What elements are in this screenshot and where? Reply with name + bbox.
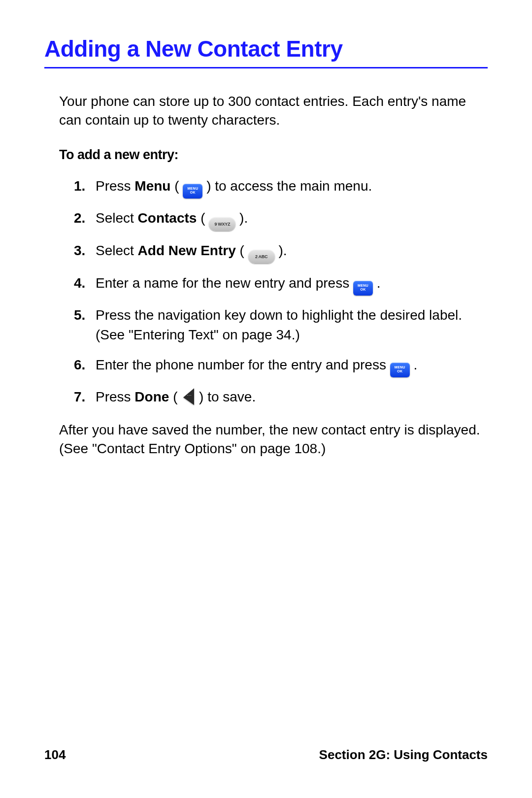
steps-list: Press Menu ( MENUOK ) to access the main… [74, 176, 488, 407]
step-2: Select Contacts ( 9 WXYZ ). [74, 208, 488, 231]
menu-ok-key-icon: MENUOK [390, 363, 410, 377]
step-1: Press Menu ( MENUOK ) to access the main… [74, 176, 488, 199]
two-key-icon: 2 ABC [248, 250, 275, 264]
text: Enter the phone number for the entry and… [96, 357, 390, 372]
step-6: Enter the phone number for the entry and… [74, 355, 488, 377]
page-number: 104 [44, 747, 66, 763]
text: ( [170, 178, 183, 194]
menu-ok-key-icon: MENUOK [183, 184, 202, 199]
text: Press the navigation key down to highlig… [96, 307, 462, 343]
procedure-subhead: To add a new entry: [59, 147, 488, 163]
text: . [373, 275, 381, 291]
page-title: Adding a New Contact Entry [44, 35, 488, 68]
text: ( [197, 210, 209, 226]
text: ) to save. [195, 389, 256, 404]
text: Press [96, 389, 134, 404]
add-new-entry-label: Add New Entry [138, 243, 236, 258]
menu-label: Menu [134, 178, 170, 194]
done-label: Done [134, 389, 169, 404]
text: ( [236, 243, 248, 258]
page-footer: 104 Section 2G: Using Contacts [44, 747, 488, 763]
text: Select [96, 210, 138, 226]
step-4: Enter a name for the new entry and press… [74, 273, 488, 296]
step-5: Press the navigation key down to highlig… [74, 305, 488, 345]
text: ). [235, 210, 248, 226]
text: . [410, 357, 418, 372]
text: Press [96, 178, 134, 194]
nine-key-icon: 9 WXYZ [209, 217, 235, 231]
left-softkey-icon [181, 389, 195, 405]
text: ). [275, 243, 287, 258]
intro-paragraph: Your phone can store up to 300 contact e… [59, 92, 488, 130]
section-label: Section 2G: Using Contacts [319, 747, 488, 763]
text: ( [169, 389, 181, 404]
step-7: Press Done ( ) to save. [74, 387, 488, 407]
text: Enter a name for the new entry and press [96, 275, 353, 291]
text: ) to access the main menu. [202, 178, 372, 194]
text: Select [96, 243, 138, 258]
contacts-label: Contacts [138, 210, 197, 226]
step-3: Select Add New Entry ( 2 ABC ). [74, 241, 488, 264]
menu-ok-key-icon: MENUOK [353, 281, 373, 296]
after-paragraph: After you have saved the number, the new… [59, 421, 488, 458]
